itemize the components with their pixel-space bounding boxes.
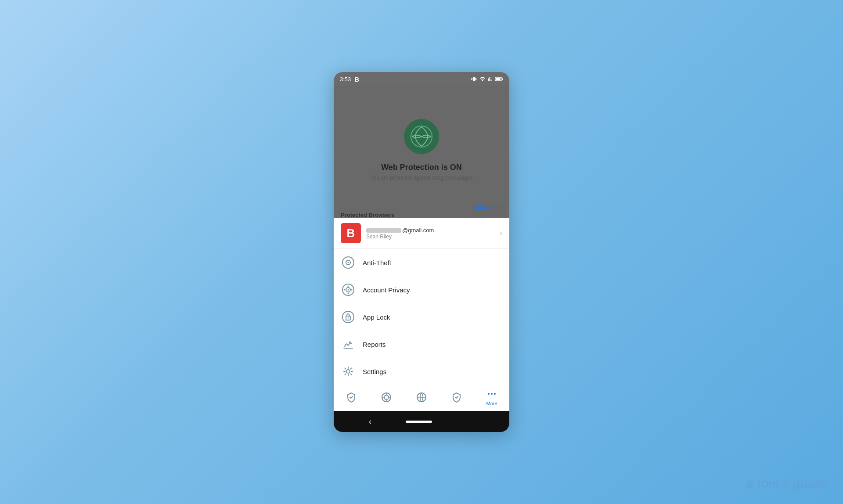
battery-icon: [495, 76, 503, 82]
anti-theft-label: Anti-Theft: [363, 259, 391, 266]
app-top-section: Web Protection is ON You are protected a…: [334, 86, 509, 218]
nav-item-web-shield[interactable]: [412, 390, 431, 405]
nav-item-shield[interactable]: [342, 390, 360, 405]
app-logo-svg: [410, 125, 433, 148]
svg-point-12: [344, 289, 346, 291]
anti-theft-icon: [341, 255, 356, 270]
menu-item-settings[interactable]: Settings: [334, 358, 509, 383]
nav-item-circle[interactable]: [377, 390, 396, 405]
menu-item-anti-theft[interactable]: Anti-Theft: [334, 249, 509, 276]
account-row[interactable]: B @gmail.com Sean Riley ›: [334, 218, 509, 249]
svg-point-19: [384, 395, 389, 400]
menu-list: Anti-Theft Account Privacy: [334, 249, 509, 383]
account-chevron-icon: ›: [500, 229, 502, 237]
svg-point-22: [491, 393, 493, 395]
drawer: B @gmail.com Sean Riley ›: [334, 218, 509, 411]
settings-icon: [341, 364, 356, 379]
home-pill[interactable]: [406, 421, 432, 423]
time-display: 3:53: [340, 76, 351, 83]
bottom-nav: More: [334, 383, 509, 411]
status-bar: 3:53 B: [334, 72, 509, 86]
account-email: @gmail.com: [366, 227, 500, 234]
turn-off-button[interactable]: TURN OFF: [472, 204, 502, 211]
svg-point-17: [346, 370, 350, 373]
account-name: Sean Riley: [366, 234, 500, 240]
email-blur-mask: [366, 228, 401, 233]
nav-item-more[interactable]: More: [483, 386, 501, 408]
app-lock-label: App Lock: [363, 313, 390, 321]
svg-point-11: [348, 293, 349, 294]
menu-item-account-privacy[interactable]: Account Privacy: [334, 276, 509, 303]
svg-rect-1: [496, 78, 501, 80]
vibrate-icon: [471, 76, 477, 82]
reports-icon: [341, 337, 356, 352]
svg-point-23: [494, 393, 496, 395]
app-lock-icon: [341, 310, 356, 324]
menu-item-app-lock[interactable]: App Lock: [334, 303, 509, 331]
more-label: More: [486, 401, 497, 406]
phone-container: 3:53 B W: [334, 72, 509, 432]
svg-point-6: [348, 262, 349, 263]
reports-label: Reports: [363, 341, 386, 348]
settings-label: Settings: [363, 368, 386, 375]
account-info: @gmail.com Sean Riley: [366, 227, 500, 240]
account-privacy-label: Account Privacy: [363, 286, 410, 294]
svg-point-10: [348, 286, 349, 287]
account-privacy-icon: [341, 282, 356, 297]
app-logo-circle: [404, 119, 439, 154]
app-letter-status: B: [354, 76, 359, 83]
svg-point-13: [351, 289, 353, 291]
system-nav: ‹: [334, 411, 509, 432]
protection-subtitle: You are protected against dangerous page…: [371, 175, 472, 181]
back-button[interactable]: ‹: [369, 417, 371, 426]
account-b-icon: B: [341, 223, 361, 243]
protection-title: Web Protection is ON: [381, 163, 462, 172]
signal-icon: [488, 76, 493, 82]
svg-rect-2: [502, 78, 503, 80]
menu-item-reports[interactable]: Reports: [334, 331, 509, 358]
protected-browsers-label: Protected Browsers: [341, 212, 395, 218]
wifi-icon: [479, 76, 486, 82]
svg-point-14: [342, 311, 354, 323]
svg-point-9: [348, 289, 349, 291]
svg-point-16: [348, 317, 349, 318]
nav-item-check-shield[interactable]: [447, 390, 466, 405]
svg-point-21: [488, 393, 490, 395]
watermark: 🖥 tom's guide: [744, 477, 825, 491]
